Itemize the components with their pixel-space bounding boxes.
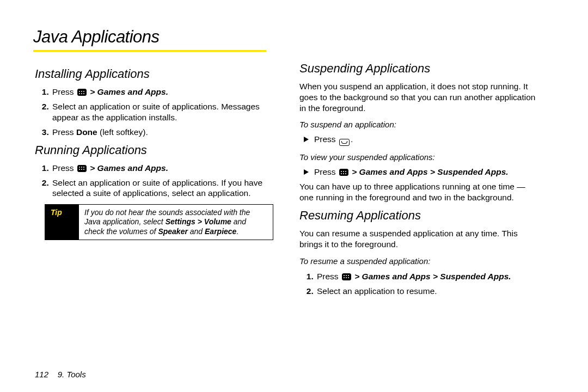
resuming-step-2: Select an application to resume. (316, 286, 538, 296)
running-steps: Press > Games and Apps. Select an applic… (35, 163, 273, 199)
page-title: Java Applications (33, 27, 562, 47)
left-column: Installing Applications Press > Games an… (35, 62, 273, 301)
heading-running: Running Applications (35, 143, 273, 157)
menu-key-icon (77, 89, 87, 96)
columns: Installing Applications Press > Games an… (35, 62, 562, 301)
title-rule (33, 50, 266, 52)
tip-label: Tip (45, 205, 79, 240)
installing-step-2: Select an application or suite of applic… (51, 101, 273, 122)
installing-step-3: Press Done (left softkey). (51, 127, 273, 137)
manual-page: Java Applications Installing Application… (0, 0, 588, 392)
suspending-intro: When you suspend an application, it does… (299, 81, 538, 113)
tip-text: If you do not hear the sounds associated… (79, 205, 273, 240)
suspend-bullet: Press . (304, 134, 538, 146)
heading-resuming: Resuming Applications (299, 209, 538, 223)
end-key-icon (339, 139, 350, 146)
page-footer: 112 9. Tools (35, 370, 86, 379)
installing-steps: Press > Games and Apps. Select an applic… (35, 87, 273, 138)
triangle-bullet-icon (304, 169, 309, 175)
resuming-intro: You can resume a suspended application a… (299, 228, 538, 250)
footer-section: 9. Tools (58, 370, 86, 379)
running-step-2: Select an application or suite of applic… (51, 177, 273, 199)
tip-box: Tip If you do not hear the sounds associ… (45, 204, 273, 241)
suspending-outro: You can have up to three applications ru… (299, 181, 538, 203)
subhead-resume: To resume a suspended application: (299, 256, 538, 266)
view-suspended-bullet: Press > Games and Apps > Suspended Apps. (304, 167, 538, 177)
installing-step-1: Press > Games and Apps. (51, 87, 273, 97)
resuming-step-1: Press > Games and Apps > Suspended Apps. (316, 271, 538, 281)
running-step-1: Press > Games and Apps. (51, 163, 273, 173)
heading-suspending: Suspending Applications (299, 62, 538, 76)
menu-key-icon (342, 273, 351, 280)
page-number: 112 (35, 370, 48, 379)
menu-key-icon (339, 169, 348, 176)
right-column: Suspending Applications When you suspend… (299, 62, 538, 301)
subhead-suspend: To suspend an application: (299, 120, 538, 129)
resuming-steps: Press > Games and Apps > Suspended Apps.… (299, 271, 538, 297)
heading-installing: Installing Applications (35, 67, 273, 81)
triangle-bullet-icon (304, 137, 309, 142)
menu-key-icon (77, 165, 87, 172)
subhead-view-suspended: To view your suspended applications: (299, 152, 538, 162)
